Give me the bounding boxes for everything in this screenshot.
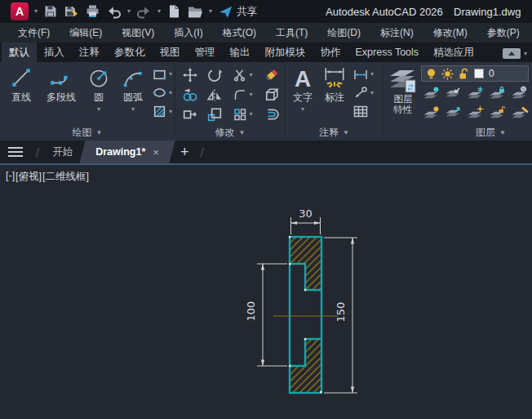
annotate-panel-label[interactable]: 注释 ▼ — [286, 124, 383, 140]
cad-drawing[interactable]: 30 150 100 — [0, 165, 532, 419]
file-tabs-menu-icon[interactable] — [8, 147, 23, 157]
trim-caret-icon[interactable]: ▾ — [249, 72, 252, 78]
array-caret-icon[interactable]: ▾ — [249, 111, 252, 118]
layer-unlock-tool-icon[interactable] — [489, 105, 507, 119]
current-layer-name[interactable]: 0 — [489, 68, 494, 79]
copy-icon[interactable] — [183, 87, 197, 102]
circle-button[interactable]: 圆 ▾ — [82, 64, 115, 124]
stretch-icon[interactable] — [183, 107, 197, 122]
ribbon-tab-collaborate[interactable]: 协作 — [313, 42, 348, 62]
save-icon[interactable] — [43, 4, 58, 19]
layer-unisolate-icon[interactable] — [445, 105, 463, 119]
qat-customize-caret-icon[interactable]: ▾ — [209, 8, 212, 15]
layer-on-bulb-icon[interactable] — [426, 68, 437, 80]
undo-caret-icon[interactable]: ▾ — [127, 8, 131, 15]
arc-button[interactable]: 圆弧 ▾ — [115, 64, 151, 124]
mirror-icon[interactable] — [207, 87, 222, 102]
ribbon-tab-annotate[interactable]: 注释 — [72, 42, 107, 62]
menu-tools[interactable]: 工具(T) — [266, 23, 317, 42]
tab-start[interactable]: 开始 — [44, 140, 81, 163]
new-drawing-icon[interactable] — [166, 4, 181, 19]
hatch-caret-icon[interactable]: ▾ — [169, 109, 172, 115]
save-as-icon[interactable] — [64, 4, 79, 19]
ribbon-tab-express-tools[interactable]: Express Tools — [348, 42, 427, 62]
redo-caret-icon[interactable]: ▾ — [157, 8, 161, 15]
ribbon-tab-manage[interactable]: 管理 — [188, 42, 223, 62]
erase-icon[interactable] — [264, 68, 279, 82]
draw-panel-label[interactable]: 绘图 ▼ — [0, 124, 175, 140]
share-icon[interactable] — [218, 4, 233, 20]
array-button[interactable]: ▾ — [233, 108, 252, 121]
new-tab-button[interactable]: + — [174, 144, 196, 161]
polyline-button[interactable]: 多段线 — [40, 64, 82, 124]
dimension-button[interactable]: 标注 — [317, 64, 352, 124]
tab-close-icon[interactable]: × — [153, 146, 159, 158]
hatch-button[interactable]: ▾ — [153, 105, 172, 118]
move-icon[interactable] — [183, 68, 197, 82]
menu-draw[interactable]: 绘图(D) — [317, 23, 370, 42]
ellipse-caret-icon[interactable]: ▾ — [169, 90, 172, 96]
menu-modify[interactable]: 修改(M) — [423, 23, 477, 42]
ribbon-tab-home[interactable]: 默认 — [2, 42, 37, 62]
line-button[interactable]: 直线 — [2, 64, 40, 124]
fillet-button[interactable]: ▾ — [233, 88, 252, 101]
offset-icon[interactable] — [264, 107, 279, 122]
table-button[interactable] — [353, 105, 374, 118]
layer-freeze-icon[interactable] — [467, 86, 485, 100]
layer-isolate-icon[interactable] — [445, 86, 463, 100]
open-folder-icon[interactable] — [187, 4, 203, 19]
print-icon[interactable] — [85, 4, 100, 19]
layer-off-icon[interactable] — [423, 86, 441, 100]
layer-select-dropdown[interactable]: 0 — [421, 65, 529, 82]
layer-color-swatch[interactable] — [474, 69, 484, 78]
autocad-logo-icon[interactable]: A — [11, 2, 29, 20]
menu-insert[interactable]: 插入(I) — [164, 23, 212, 42]
rectangle-button[interactable]: ▾ — [153, 68, 172, 82]
ribbon-collapse-button[interactable]: ▾ — [503, 48, 527, 62]
model-space-canvas[interactable]: [-] [俯视] [二维线框] — [0, 163, 532, 419]
trim-button[interactable]: ▾ — [233, 69, 252, 82]
menu-view[interactable]: 视图(V) — [112, 23, 164, 42]
text-caret-icon[interactable]: ▾ — [301, 106, 304, 113]
linear-dimension-button[interactable]: ▾ — [353, 69, 374, 81]
scale-icon[interactable] — [207, 107, 222, 122]
ribbon-tab-insert[interactable]: 插入 — [37, 42, 72, 62]
menu-parametric[interactable]: 参数(P) — [477, 23, 530, 42]
dimension-texts[interactable]: 30 150 100 — [245, 207, 347, 322]
ribbon-tab-addins[interactable]: 附加模块 — [258, 42, 313, 62]
ribbon-tab-output[interactable]: 输出 — [223, 42, 258, 62]
tab-drawing1[interactable]: Drawing1* × — [82, 140, 172, 163]
menu-edit[interactable]: 编辑(E) — [60, 23, 112, 42]
menu-dimension[interactable]: 标注(N) — [370, 23, 423, 42]
circle-caret-icon[interactable]: ▾ — [97, 106, 100, 113]
ribbon-tab-parametric[interactable]: 参数化 — [107, 42, 153, 62]
menu-file[interactable]: 文件(F) — [8, 23, 60, 42]
layer-thaw-icon[interactable] — [467, 105, 485, 119]
layer-on-icon[interactable] — [423, 105, 441, 119]
share-label[interactable]: 共享 — [237, 5, 257, 19]
ribbon-tab-view[interactable]: 视图 — [153, 42, 188, 62]
ribbon-tab-featured-apps[interactable]: 精选应用 — [426, 42, 481, 62]
menu-format[interactable]: 格式(O) — [213, 23, 266, 42]
leader-button[interactable]: ▾ — [353, 87, 374, 99]
layer-make-current-icon[interactable] — [511, 86, 529, 100]
leader-caret-icon[interactable]: ▾ — [370, 90, 374, 96]
modify-panel-label[interactable]: 修改 ▼ — [175, 124, 285, 140]
arc-caret-icon[interactable]: ▾ — [131, 106, 135, 113]
layer-match-icon[interactable] — [511, 105, 529, 119]
redo-icon[interactable] — [136, 5, 152, 19]
layer-panel-label[interactable]: 图层 ▼ — [383, 124, 532, 140]
layer-unlock-icon[interactable] — [459, 68, 469, 80]
explode-icon[interactable] — [264, 87, 279, 102]
ellipse-button[interactable]: ▾ — [153, 86, 172, 100]
layer-properties-button[interactable]: 图层 特性 — [386, 64, 420, 124]
layer-thaw-sun-icon[interactable] — [441, 68, 454, 80]
app-menu-caret-icon[interactable]: ▾ — [34, 8, 38, 15]
rectangle-caret-icon[interactable]: ▾ — [169, 71, 172, 78]
rotate-icon[interactable] — [207, 68, 222, 82]
ribbon-collapse-caret-icon[interactable]: ▾ — [524, 51, 527, 57]
layer-lock-icon[interactable] — [489, 86, 507, 100]
fillet-caret-icon[interactable]: ▾ — [249, 91, 252, 98]
undo-icon[interactable] — [106, 5, 122, 19]
text-button[interactable]: A 文字 ▾ — [288, 64, 317, 124]
